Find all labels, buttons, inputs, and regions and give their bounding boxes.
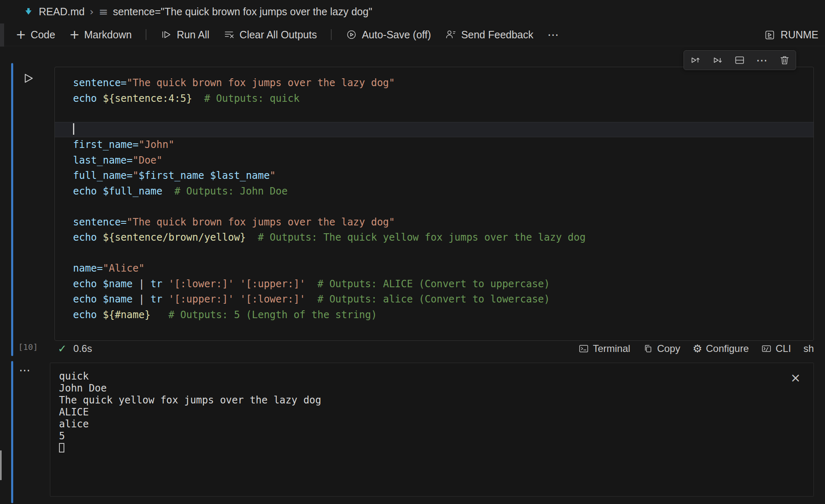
cell-toolbar: ⋯ — [684, 50, 796, 70]
code-line[interactable]: first_name="John" — [55, 137, 813, 153]
left-scrollbar-sliver[interactable] — [0, 450, 2, 480]
code-token: sentence= — [73, 216, 127, 228]
code-token — [234, 293, 240, 305]
close-output-icon[interactable]: × — [790, 372, 801, 384]
code-line[interactable]: echo ${sentence:4:5} # Outputs: quick — [55, 91, 813, 107]
send-feedback-button[interactable]: Send Feedback — [445, 29, 533, 41]
code-token: ${#name} — [103, 309, 151, 321]
code-token: $last_name — [210, 170, 270, 181]
run-all-label: Run All — [177, 29, 209, 41]
code-token — [306, 293, 318, 305]
code-token — [151, 309, 168, 321]
code-line[interactable]: last_name="Doe" — [55, 153, 813, 169]
clear-all-outputs-label: Clear All Outputs — [240, 29, 317, 41]
cli-icon — [761, 343, 772, 354]
code-token: tr — [151, 293, 168, 305]
chevron-right-icon: › — [90, 6, 94, 18]
code-token — [204, 170, 210, 181]
code-token: $full_name — [103, 185, 163, 197]
toolbar-separator — [146, 29, 146, 40]
auto-save-toggle[interactable]: Auto-Save (off) — [346, 29, 431, 41]
configure-button[interactable]: ⚙ Configure — [693, 342, 749, 355]
terminal-button[interactable]: Terminal — [578, 343, 630, 354]
code-token: echo — [73, 293, 103, 305]
code-token: first_name= — [73, 139, 139, 150]
code-line[interactable]: sentence="The quick brown fox jumps over… — [55, 75, 813, 91]
send-feedback-label: Send Feedback — [461, 29, 533, 41]
code-line[interactable] — [55, 106, 813, 122]
code-token — [163, 185, 174, 197]
code-line[interactable] — [55, 246, 813, 261]
code-token: name= — [73, 263, 103, 274]
code-line[interactable]: echo ${sentence/brown/yellow} # Outputs:… — [55, 230, 813, 246]
execution-order-label: [10] — [18, 342, 38, 352]
code-token: '[:lower:]' — [168, 278, 234, 290]
clear-outputs-icon — [224, 29, 235, 40]
code-token: "Doe" — [133, 155, 163, 166]
output-line: John Doe — [59, 382, 813, 394]
language-indicator[interactable]: sh — [804, 343, 814, 354]
plus-icon: + — [16, 29, 26, 40]
code-line[interactable]: sentence="The quick brown fox jumps over… — [55, 215, 813, 230]
code-token: " — [270, 170, 276, 181]
auto-save-label: Auto-Save (off) — [362, 29, 431, 41]
cell-more-actions-icon[interactable]: ⋯ — [756, 54, 768, 67]
code-token — [192, 93, 204, 104]
code-token: | — [133, 278, 151, 290]
code-line[interactable]: full_name="$first_name $last_name" — [55, 168, 813, 184]
code-line[interactable] — [55, 122, 813, 138]
add-code-cell-button[interactable]: + Code — [16, 29, 55, 41]
cli-button[interactable]: CLI — [761, 343, 791, 354]
output-more-icon[interactable]: ⋯ — [19, 363, 31, 377]
breadcrumb-file[interactable]: READ.md — [39, 6, 85, 18]
output-line: alice — [59, 418, 813, 430]
execute-above-icon[interactable] — [689, 54, 701, 66]
terminal-label: Terminal — [593, 343, 630, 354]
list-icon: ≡ — [99, 5, 108, 18]
code-token: " — [133, 170, 139, 181]
output-cursor-line — [59, 442, 813, 455]
code-lines: sentence="The quick brown fox jumps over… — [55, 67, 813, 323]
code-token: "The quick brown fox jumps over the lazy… — [127, 77, 395, 89]
left-edge-highlight — [0, 23, 4, 47]
code-token: # Outputs: alice (Convert to lowercase) — [317, 293, 550, 305]
output-focus-bar — [11, 361, 13, 503]
cell-status-left: ✓ 0.6s — [54, 342, 92, 355]
code-line[interactable]: echo $name | tr '[:upper:]' '[:lower:]' … — [55, 292, 813, 307]
code-token: echo — [73, 278, 103, 290]
run-all-button[interactable]: Run All — [160, 29, 209, 41]
cell-status-actions: Terminal Copy ⚙ Configure CLI sh — [578, 342, 814, 355]
output-line: ALICE — [59, 406, 813, 418]
code-line[interactable]: echo $full_name # Outputs: John Doe — [55, 184, 813, 199]
code-line[interactable] — [55, 199, 813, 215]
code-token: "The quick brown fox jumps over the lazy… — [127, 216, 395, 228]
runme-brand-button[interactable]: RUNME — [764, 23, 818, 46]
plus-icon: + — [69, 29, 80, 40]
cell-code-editor[interactable]: sentence="The quick brown fox jumps over… — [54, 67, 814, 341]
add-markdown-cell-button[interactable]: + Markdown — [69, 29, 132, 41]
code-token: $name — [103, 278, 132, 290]
code-token: '[:lower:]' — [240, 293, 306, 305]
configure-label: Configure — [706, 343, 749, 354]
code-line[interactable]: echo $name | tr '[:lower:]' '[:upper:]' … — [55, 277, 813, 292]
code-token: # Outputs: John Doe — [174, 185, 288, 197]
split-cell-icon[interactable] — [734, 54, 745, 66]
output-line: quick — [59, 370, 813, 382]
code-token: $first_name — [139, 170, 204, 181]
breadcrumb-entry[interactable]: sentence="The quick brown fox jumps over… — [113, 6, 372, 18]
code-line[interactable]: echo ${#name} # Outputs: 5 (Length of th… — [55, 307, 813, 323]
clear-all-outputs-button[interactable]: Clear All Outputs — [224, 29, 317, 41]
copy-button[interactable]: Copy — [643, 343, 680, 354]
run-cell-button[interactable] — [21, 71, 35, 86]
code-token: echo — [73, 185, 103, 197]
code-line[interactable]: name="Alice" — [55, 261, 813, 277]
execute-below-icon[interactable] — [712, 54, 723, 66]
cli-label: CLI — [776, 343, 791, 354]
cell-output: quickJohn DoeThe quick yellow fox jumps … — [50, 363, 814, 497]
code-token: echo — [73, 309, 103, 321]
code-token: sentence= — [73, 77, 127, 89]
run-all-icon — [160, 29, 172, 40]
trash-icon[interactable] — [779, 54, 790, 66]
success-check-icon: ✓ — [58, 342, 67, 355]
toolbar-more-icon[interactable]: ⋯ — [547, 28, 559, 42]
